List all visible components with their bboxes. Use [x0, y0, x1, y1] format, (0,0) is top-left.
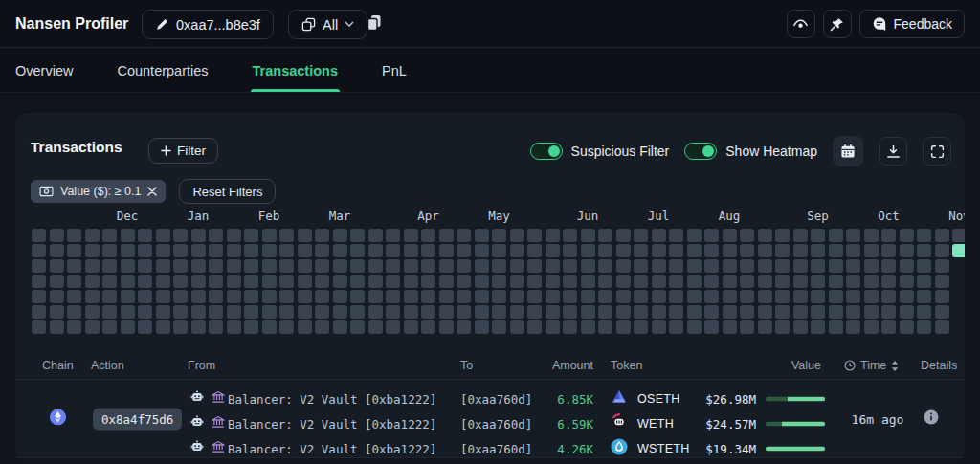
heatmap-cell[interactable]: [173, 290, 188, 303]
heatmap-cell[interactable]: [811, 305, 825, 319]
heatmap-cell[interactable]: [191, 229, 206, 242]
heatmap-cell[interactable]: [315, 259, 329, 273]
heatmap-cell[interactable]: [315, 275, 329, 288]
heatmap-cell[interactable]: [758, 305, 772, 319]
heatmap-cell[interactable]: [900, 244, 914, 257]
heatmap-cell[interactable]: [704, 290, 719, 303]
heatmap-cell[interactable]: [598, 229, 612, 242]
heatmap-cell[interactable]: [421, 229, 435, 242]
heatmap-cell[interactable]: [333, 244, 347, 257]
heatmap-cell[interactable]: [669, 305, 683, 319]
heatmap-cell[interactable]: [50, 229, 64, 242]
heatmap-cell[interactable]: [386, 305, 400, 319]
heatmap-cell[interactable]: [935, 229, 949, 242]
heatmap-cell[interactable]: [935, 275, 949, 288]
value-filter-chip[interactable]: Value ($): ≥ 0.1: [31, 180, 166, 203]
heatmap-cell[interactable]: [439, 229, 454, 242]
heatmap-cell[interactable]: [704, 244, 719, 257]
heatmap-cell[interactable]: [864, 229, 879, 242]
heatmap-cell[interactable]: [457, 320, 471, 334]
heatmap-cell[interactable]: [67, 290, 81, 303]
heatmap-cell[interactable]: [85, 290, 100, 303]
heatmap-cell[interactable]: [811, 290, 825, 303]
heatmap-cell[interactable]: [687, 229, 702, 242]
heatmap-cell[interactable]: [793, 320, 808, 334]
heatmap-cell[interactable]: [793, 275, 808, 288]
heatmap-cell[interactable]: [864, 259, 879, 273]
heatmap-cell[interactable]: [527, 290, 542, 303]
from-cell[interactable]: Balancer: V2 Vault [0xba1222]: [228, 417, 436, 431]
transfer-subrow[interactable]: Balancer: V2 Vault [0xba1222] [0xaa760d]…: [15, 411, 965, 436]
heatmap-cell[interactable]: [368, 259, 383, 273]
heatmap-cell[interactable]: [935, 244, 949, 257]
heatmap-cell[interactable]: [315, 244, 329, 257]
show-heatmap-toggle[interactable]: Show Heatmap: [684, 143, 817, 160]
heatmap-cell[interactable]: [581, 244, 595, 257]
heatmap-cell[interactable]: [563, 305, 577, 319]
heatmap-cell[interactable]: [315, 290, 329, 303]
heatmap-cell[interactable]: [350, 275, 365, 288]
heatmap-cell[interactable]: [279, 275, 294, 288]
heatmap-cell[interactable]: [298, 275, 312, 288]
heatmap-cell[interactable]: [793, 305, 808, 319]
heatmap-cell[interactable]: [598, 290, 612, 303]
heatmap-cell[interactable]: [102, 290, 117, 303]
heatmap-cell[interactable]: [510, 244, 524, 257]
heatmap-cell[interactable]: [50, 275, 64, 288]
chain-filter-dropdown[interactable]: All: [288, 10, 368, 39]
heatmap-cell[interactable]: [864, 275, 879, 288]
heatmap-cell[interactable]: [404, 244, 418, 257]
heatmap-cell[interactable]: [527, 275, 542, 288]
heatmap-cell[interactable]: [32, 290, 46, 303]
heatmap-cell[interactable]: [935, 259, 949, 273]
heatmap-cell[interactable]: [546, 259, 560, 273]
heatmap-cell[interactable]: [563, 229, 577, 242]
heatmap-cell[interactable]: [775, 320, 790, 334]
heatmap-cell[interactable]: [50, 259, 64, 273]
heatmap-cell[interactable]: [740, 290, 754, 303]
table-row[interactable]: 0x8a4f75d6 16m ago Balancer: V2 Vault [0…: [15, 380, 965, 457]
heatmap-cell[interactable]: [723, 320, 737, 334]
heatmap-cell[interactable]: [687, 259, 702, 273]
heatmap-cell[interactable]: [616, 275, 631, 288]
heatmap-cell[interactable]: [227, 275, 241, 288]
heatmap-cell[interactable]: [350, 229, 365, 242]
heatmap-cell[interactable]: [864, 244, 879, 257]
heatmap-cell[interactable]: [368, 275, 383, 288]
heatmap-cell[interactable]: [475, 229, 489, 242]
heatmap-cell[interactable]: [740, 229, 754, 242]
from-cell[interactable]: Balancer: V2 Vault [0xba1222]: [228, 392, 436, 407]
heatmap-cell[interactable]: [952, 244, 965, 257]
transfer-subrow[interactable]: Balancer: V2 Vault [0xba1222] [0xaa760d]…: [15, 387, 965, 411]
heatmap-cell[interactable]: [758, 259, 772, 273]
token-cell[interactable]: OSETH: [637, 392, 680, 406]
heatmap-cell[interactable]: [50, 244, 64, 257]
heatmap-cell[interactable]: [581, 305, 595, 319]
heatmap-cell[interactable]: [209, 320, 223, 334]
heatmap-cell[interactable]: [510, 320, 524, 334]
col-from[interactable]: From: [188, 359, 215, 372]
heatmap-cell[interactable]: [227, 290, 241, 303]
heatmap-cell[interactable]: [846, 290, 860, 303]
heatmap-cell[interactable]: [439, 320, 454, 334]
heatmap-cell[interactable]: [404, 259, 418, 273]
heatmap-cell[interactable]: [121, 275, 135, 288]
heatmap-cell[interactable]: [475, 320, 489, 334]
heatmap-cell[interactable]: [244, 244, 258, 257]
heatmap-cell[interactable]: [386, 229, 400, 242]
heatmap-cell[interactable]: [262, 290, 277, 303]
heatmap-cell[interactable]: [758, 290, 772, 303]
heatmap-cell[interactable]: [917, 244, 931, 257]
heatmap-cell[interactable]: [173, 320, 188, 334]
heatmap-cell[interactable]: [846, 305, 860, 319]
heatmap-cell[interactable]: [704, 259, 719, 273]
reset-filters-button[interactable]: Reset Filters: [179, 179, 276, 204]
heatmap-cell[interactable]: [173, 229, 188, 242]
col-chain[interactable]: Chain: [42, 359, 74, 372]
heatmap-cell[interactable]: [209, 290, 223, 303]
heatmap-cell[interactable]: [563, 320, 577, 334]
heatmap-cell[interactable]: [900, 290, 914, 303]
heatmap-cell[interactable]: [652, 275, 666, 288]
heatmap-cell[interactable]: [652, 290, 666, 303]
heatmap-cell[interactable]: [527, 229, 542, 242]
